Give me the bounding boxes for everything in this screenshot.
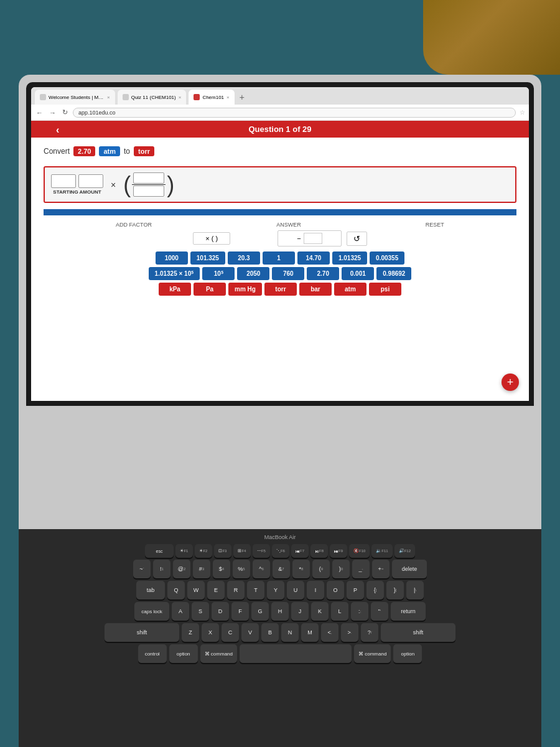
key-4[interactable]: $4 <box>213 560 230 578</box>
btn-kpa[interactable]: kPa <box>159 283 191 296</box>
key-bracket-close[interactable]: }] <box>386 581 404 599</box>
reload-button[interactable]: ↻ <box>61 108 69 116</box>
key-command-right[interactable]: ⌘ command <box>354 644 391 663</box>
key-tab[interactable]: tab <box>136 581 165 599</box>
key-o[interactable]: O <box>327 581 344 599</box>
key-command-left[interactable]: ⌘ command <box>200 644 237 663</box>
key-j[interactable]: J <box>291 602 309 621</box>
btn-760[interactable]: 760 <box>272 267 304 280</box>
key-q[interactable]: Q <box>167 581 185 599</box>
btn-atm[interactable]: atm <box>334 283 366 296</box>
btn-1470[interactable]: 14.70 <box>297 251 330 265</box>
btn-mmhg[interactable]: mm Hg <box>228 283 262 296</box>
tab-close-chem101[interactable]: × <box>226 95 230 100</box>
key-equals[interactable]: += <box>372 560 390 578</box>
key-x[interactable]: X <box>202 623 219 642</box>
tab-close-welcome[interactable]: × <box>107 95 110 100</box>
key-spacebar[interactable] <box>240 644 352 663</box>
btn-101325-dec[interactable]: 1.01325 <box>332 251 367 265</box>
key-option-left[interactable]: option <box>169 644 198 663</box>
key-shift-left[interactable]: shift <box>105 623 179 642</box>
key-8[interactable]: *8 <box>292 560 310 578</box>
key-f8[interactable]: ⏯F8 <box>310 544 328 558</box>
key-f3[interactable]: ⊡F3 <box>214 544 231 558</box>
key-slash[interactable]: ?/ <box>361 623 378 642</box>
key-d[interactable]: D <box>212 602 229 621</box>
key-period[interactable]: >. <box>341 623 358 642</box>
key-2[interactable]: @2 <box>173 560 190 578</box>
key-0[interactable]: )0 <box>332 560 350 578</box>
btn-psi[interactable]: psi <box>369 283 401 296</box>
btn-1[interactable]: 1 <box>263 251 295 265</box>
key-7[interactable]: &7 <box>273 560 290 578</box>
star-icon[interactable]: ☆ <box>520 109 525 116</box>
key-v[interactable]: V <box>241 623 259 642</box>
key-5[interactable]: %5 <box>233 560 250 578</box>
key-y[interactable]: Y <box>267 581 284 599</box>
key-a[interactable]: A <box>172 602 189 621</box>
btn-270[interactable]: 2.70 <box>307 267 339 280</box>
btn-1000[interactable]: 1000 <box>156 251 188 265</box>
key-comma[interactable]: <, <box>321 623 338 642</box>
key-i[interactable]: I <box>307 581 324 599</box>
back-button[interactable]: ← <box>35 109 44 116</box>
key-f7[interactable]: ⏮F7 <box>291 544 309 558</box>
key-quote[interactable]: "' <box>371 602 388 621</box>
key-c[interactable]: C <box>222 623 239 642</box>
url-input[interactable]: app.101edu.co <box>73 108 516 118</box>
key-f5[interactable]: ⋯F5 <box>253 544 270 558</box>
key-f[interactable]: F <box>231 602 249 621</box>
key-capslock[interactable]: caps lock <box>134 602 169 621</box>
key-r[interactable]: R <box>227 581 245 599</box>
key-b[interactable]: B <box>261 623 279 642</box>
btn-2050[interactable]: 2050 <box>237 267 269 280</box>
back-arrow[interactable]: ‹ <box>56 125 59 136</box>
fraction-numerator-input[interactable] <box>133 172 164 184</box>
btn-pa[interactable]: Pa <box>194 283 226 296</box>
key-k[interactable]: K <box>311 602 329 621</box>
key-f11[interactable]: 🔉F11 <box>371 544 392 558</box>
key-delete[interactable]: delete <box>392 560 427 578</box>
key-shift-right[interactable]: shift <box>381 623 455 642</box>
tab-close-quiz[interactable]: × <box>179 95 182 100</box>
key-f1[interactable]: ☀F1 <box>175 544 193 558</box>
key-backtick[interactable]: ~` <box>133 560 151 578</box>
key-1[interactable]: !1 <box>153 560 170 578</box>
starting-denominator-input[interactable] <box>78 174 103 188</box>
key-u[interactable]: U <box>287 581 304 599</box>
tab-quiz[interactable]: Quiz 11 (CHEM101) × <box>118 90 187 105</box>
key-e[interactable]: E <box>207 581 225 599</box>
btn-0001[interactable]: 0.001 <box>342 267 374 280</box>
key-f10[interactable]: 🔇F10 <box>349 544 370 558</box>
plus-fab-button[interactable]: + <box>502 374 519 391</box>
key-w[interactable]: W <box>187 581 205 599</box>
key-return[interactable]: return <box>391 602 426 621</box>
key-semicolon[interactable]: :; <box>351 602 368 621</box>
btn-098692[interactable]: 0.98692 <box>376 267 411 280</box>
key-control[interactable]: control <box>138 644 167 663</box>
key-l[interactable]: L <box>331 602 348 621</box>
btn-000355[interactable]: 0.00355 <box>370 251 404 265</box>
key-p[interactable]: P <box>347 581 364 599</box>
key-bracket-open[interactable]: {[ <box>366 581 384 599</box>
key-g[interactable]: G <box>251 602 269 621</box>
key-s[interactable]: S <box>192 602 209 621</box>
factor-display[interactable]: × ( ) <box>193 232 230 245</box>
key-n[interactable]: N <box>281 623 299 642</box>
key-f2[interactable]: ☀F2 <box>195 544 212 558</box>
key-9[interactable]: (9 <box>312 560 330 578</box>
key-f6[interactable]: ⋱F6 <box>272 544 289 558</box>
key-t[interactable]: T <box>247 581 264 599</box>
key-f9[interactable]: ⏭F9 <box>330 544 347 558</box>
key-z[interactable]: Z <box>182 623 199 642</box>
key-h[interactable]: H <box>271 602 289 621</box>
key-minus[interactable]: _- <box>352 560 370 578</box>
tab-welcome[interactable]: Welcome Students | Maricopo × <box>35 90 115 105</box>
key-esc[interactable]: esc <box>145 544 174 558</box>
btn-101325e5[interactable]: 1.01325 × 10⁵ <box>149 267 200 280</box>
new-tab-button[interactable]: + <box>237 92 247 102</box>
tab-chem101[interactable]: Chem101 × <box>189 90 234 105</box>
btn-10e5[interactable]: 10⁵ <box>202 267 235 280</box>
btn-torr[interactable]: torr <box>264 283 297 296</box>
key-3[interactable]: #3 <box>193 560 210 578</box>
